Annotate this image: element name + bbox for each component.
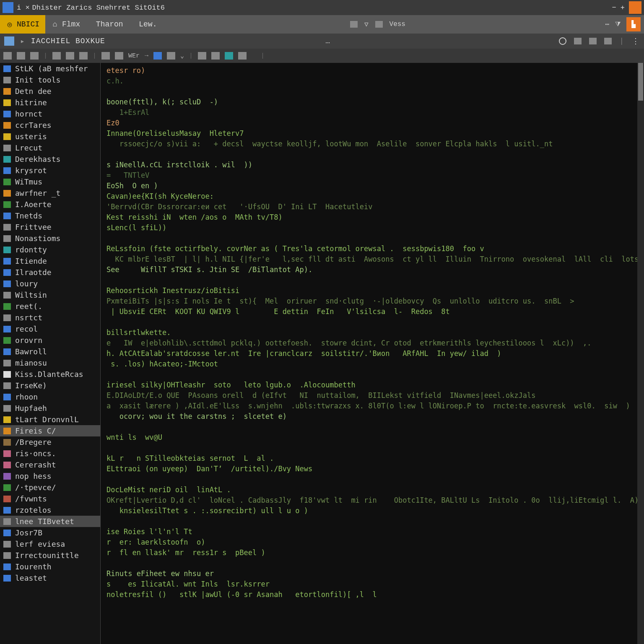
sidebar-item[interactable]: reet(. [0, 301, 100, 312]
code-line[interactable]: e IW e|eblohlib\.scttdmol pcklq.) oottef… [106, 338, 638, 348]
breadcrumb[interactable]: IACCHIEL BOXKUE [31, 37, 105, 45]
code-line[interactable]: boone(fttl), k(; scluD -) [106, 97, 638, 107]
sidebar-item[interactable]: /fvwnts [0, 493, 100, 504]
sidebar-item[interactable]: StLK (aB meshfer [0, 63, 100, 74]
more-icon[interactable]: ⋮ [632, 36, 640, 46]
sidebar-item[interactable]: orovrn [0, 335, 100, 346]
sidebar-item[interactable]: IrseKe) [0, 380, 100, 391]
sidebar-item[interactable]: /Bregere [0, 436, 100, 448]
code-line[interactable]: noletresfil () stlK |awUl (-0 sr Asanah … [106, 589, 638, 600]
sidebar-item[interactable]: awrfner _t [0, 187, 100, 199]
sidebar-item[interactable]: WiTmus [0, 176, 100, 187]
code-line[interactable] [106, 443, 638, 453]
tool-paste-icon[interactable] [79, 52, 88, 60]
code-line[interactable] [106, 558, 638, 569]
code-line[interactable]: s es IlicatAl. wnt Inls lsr.ksrrer [106, 579, 638, 589]
search-icon[interactable] [559, 37, 566, 45]
sidebar-item[interactable]: I.Aoerte [0, 199, 100, 210]
code-line[interactable]: kL r n STilleobkteias sernot L al . [106, 453, 638, 464]
sidebar-item[interactable]: Itiende [0, 255, 100, 267]
sidebar-item[interactable]: Kiss.DlanteRcas [0, 369, 100, 380]
titlebar-tab[interactable]: i × Dhister Zarics Snehrret SitOit6 [17, 4, 165, 12]
sidebar-item[interactable]: Nonastioms [0, 233, 100, 244]
code-line[interactable] [106, 275, 638, 286]
path-chevron-icon[interactable]: ▸ [20, 36, 25, 46]
code-line[interactable]: rssoecjc/o s)vii a: + decsl wayctse keol… [106, 139, 638, 149]
sidebar-item[interactable]: Frittvee [0, 221, 100, 233]
sidebar-item[interactable]: ccrTares [0, 119, 100, 131]
code-editor[interactable]: etesr ro)c.h. boone(fttl), k(; scluD -) … [101, 63, 644, 644]
sidebar-item[interactable]: Hupfaeh [0, 402, 100, 414]
code-line[interactable]: r fl en llask' mr ress1r s pBeel ) [106, 548, 638, 558]
explorer-icon[interactable] [4, 36, 14, 46]
code-line[interactable]: s. .los) hAcateo;-IMctoot [106, 359, 638, 369]
tool-globe-icon[interactable] [225, 52, 233, 60]
tab-close-marker[interactable]: i × [17, 4, 30, 12]
menu-item-tharon[interactable]: Tharon [96, 20, 123, 29]
code-line[interactable]: Rinuts eFiheet ew nhsu er [106, 569, 638, 579]
code-line[interactable]: iriesel silky|OHTleashr soto leto lgub.o… [106, 380, 638, 390]
code-line[interactable] [106, 422, 638, 432]
code-line[interactable]: E.DIAoLDt/E.o QUE PAsoans orell d (eIfvt… [106, 390, 638, 401]
sidebar-item[interactable]: Init tools [0, 74, 100, 86]
code-line[interactable]: KC mlbrE lesBT | l| h.l NIL {|fer'e l,se… [106, 254, 638, 265]
menu-item-flmx[interactable]: Flmx [62, 20, 80, 29]
tool-replace-icon[interactable] [115, 52, 123, 60]
tool-stop-icon[interactable] [167, 52, 175, 60]
tool-gear-icon[interactable] [238, 52, 247, 60]
code-line[interactable]: DocLeMist neriD oil linAtL . [106, 485, 638, 495]
tool-icon-1[interactable] [350, 21, 358, 28]
sidebar-item[interactable]: rhoon [0, 391, 100, 402]
code-line[interactable]: h. AtCAtEalab'sratdcosse ler.nt Ire |cra… [106, 348, 638, 359]
code-line[interactable]: Ez0 [106, 118, 638, 128]
code-line[interactable]: ocorv; wou it the carstns ; slcetet e) [106, 411, 638, 422]
code-line[interactable] [106, 317, 638, 327]
code-line[interactable] [106, 86, 638, 97]
tool-caret-icon[interactable]: ⌄ [180, 52, 184, 60]
pane-icon-2[interactable] [589, 38, 597, 44]
code-line[interactable]: billsrtlwkette. [106, 327, 638, 338]
tool-find-icon[interactable] [101, 52, 110, 60]
minimize-button[interactable]: − [612, 4, 616, 12]
sidebar-item[interactable]: mianosu [0, 357, 100, 369]
code-line[interactable]: c.h. [106, 76, 638, 86]
sidebar-item[interactable]: leastet [0, 572, 100, 584]
tool-save-icon[interactable] [3, 52, 12, 60]
sidebar-item[interactable]: ris·oncs. [0, 448, 100, 459]
sidebar-item[interactable]: Cererasht [0, 459, 100, 470]
run-button[interactable]: ▙ [626, 17, 641, 31]
pane-icon-3[interactable] [604, 38, 612, 44]
code-line[interactable] [106, 516, 638, 527]
sidebar-item[interactable]: loury [0, 278, 100, 289]
code-line[interactable]: Kest reisshi iN wten /aos o MAth tv/T8) [106, 212, 638, 223]
sidebar-item[interactable]: rdontty [0, 244, 100, 255]
vess-label[interactable]: Vess [390, 21, 405, 28]
sidebar-item[interactable]: /·tpevce/ [0, 482, 100, 493]
sidebar-item[interactable]: nop hess [0, 470, 100, 482]
tool-wer-label[interactable]: WEr [128, 52, 140, 60]
filter-icon[interactable]: ▽ [364, 20, 369, 29]
code-line[interactable]: wnti ls wv@U [106, 432, 638, 443]
sidebar-item[interactable]: rzotelos [0, 504, 100, 516]
sidebar-item[interactable]: Bawroll [0, 346, 100, 357]
code-line[interactable]: PxmteiBiTs |s|s:s I nols Ie t st){ Mel o… [106, 296, 638, 306]
code-line[interactable] [106, 233, 638, 244]
code-line[interactable] [106, 369, 638, 380]
code-line[interactable]: 'Berrvd(CBr Dssrorcar:eи cet '·UfsOU D' … [106, 202, 638, 212]
pane-icon-1[interactable] [574, 38, 582, 44]
help-icon[interactable]: ⋯ [605, 20, 609, 29]
layout-icon[interactable] [375, 21, 383, 28]
tool-copy-icon[interactable] [66, 52, 74, 60]
tool-cut-icon[interactable] [52, 52, 61, 60]
sidebar-item[interactable]: Fireis C/ [0, 425, 100, 436]
sidebar[interactable]: StLK (aB meshferInit toolsDetn deehitrin… [0, 63, 101, 644]
new-tab-button[interactable]: + [621, 4, 625, 12]
menu-item-lew[interactable]: Lew. [139, 20, 157, 29]
tool-flag-icon[interactable] [198, 52, 206, 60]
code-line[interactable]: knsielesilTtet s . :.sosrecibrt) ull l u… [106, 506, 638, 516]
sidebar-item[interactable]: lnee TIBvetet [0, 516, 100, 527]
sidebar-item[interactable]: hornct [0, 108, 100, 119]
editor-scrollbar[interactable] [637, 63, 644, 644]
code-line[interactable]: See WifllT sTSKI s. Jtin SE /BiTlantot A… [106, 265, 638, 275]
code-line[interactable]: = TNTleV [106, 170, 638, 181]
